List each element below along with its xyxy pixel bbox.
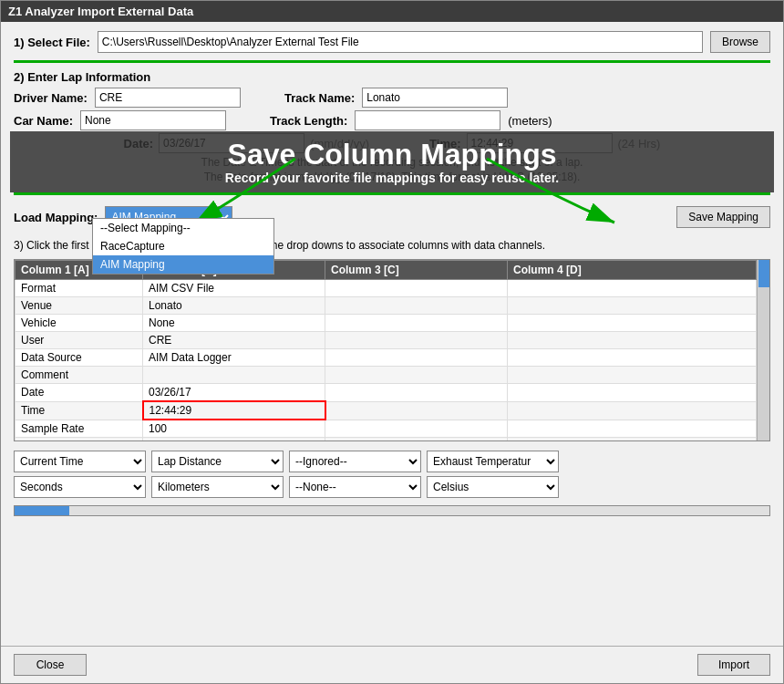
table-cell: Comment — [15, 367, 143, 384]
main-content: 1) Select File: Browse 2) Enter Lap Info… — [1, 22, 783, 646]
car-row: Car Name: Track Length: (meters) — [14, 110, 770, 130]
table-cell — [508, 349, 757, 367]
table-cell: User — [15, 332, 143, 349]
table-cell: Sample Rate — [15, 420, 143, 438]
time-format: (24 Hrs) — [618, 137, 661, 150]
table-cell — [508, 367, 757, 384]
table-row: Comment — [15, 367, 757, 384]
table-inner: Column 1 [A] Column 2 [B] Column 3 [C] C… — [15, 260, 757, 440]
import-button[interactable]: Import — [697, 654, 770, 676]
dropdown-group-3: --Ignored-- --None-- Speed --None-- --Ig… — [289, 451, 421, 498]
divider-line-2 — [14, 192, 770, 195]
close-button[interactable]: Close — [14, 654, 87, 676]
table-row: Sample Rate100 — [15, 420, 757, 438]
table-cell: Data Source — [15, 349, 143, 367]
table-cell — [508, 420, 757, 438]
dropdown-group-2: Lap Distance Lap Time Speed Kilometers M… — [151, 451, 284, 498]
car-input[interactable] — [80, 110, 226, 130]
col-header-d[interactable]: Column 4 [D] — [508, 261, 757, 280]
table-cell: Venue — [15, 297, 143, 315]
main-window: Z1 Analyzer Import External Data 1) Sele… — [0, 0, 784, 684]
unit-dropdown-3[interactable]: --None-- --Ignored-- — [289, 476, 421, 498]
table-cell: Format — [15, 280, 143, 297]
dropdown-option-select[interactable]: --Select Mapping-- — [93, 219, 273, 237]
dropdown-group-4: Exhaust Temperatur Oil Temp Water Temp C… — [427, 451, 559, 498]
table-cell: Time — [15, 401, 143, 420]
table-cell: AIM Data Logger — [143, 349, 325, 367]
mapping-dropdown-popup: --Select Mapping-- RaceCapture AIM Mappi… — [92, 218, 274, 275]
file-path-input[interactable] — [98, 31, 703, 53]
table-row: VenueLonato — [15, 297, 757, 315]
step2-section: 2) Enter Lap Information Driver Name: Tr… — [14, 70, 770, 185]
channel-dropdown-2[interactable]: Lap Distance Lap Time Speed — [151, 451, 284, 472]
table-cell — [508, 384, 757, 402]
track-label: Track Name: — [284, 91, 355, 105]
step1-section: 1) Select File: Browse — [14, 31, 770, 53]
table-cell — [325, 384, 508, 402]
footer: Close Import — [1, 646, 783, 683]
window-title: Z1 Analyzer Import External Data — [8, 5, 193, 18]
unit-dropdown-2[interactable]: Kilometers Miles Meters — [151, 476, 284, 498]
table-cell — [325, 367, 508, 384]
table-body: FormatAIM CSV FileVenueLonatoVehicleNone… — [15, 280, 757, 441]
table-scroll-thumb — [758, 260, 769, 287]
track-length-unit: (meters) — [508, 114, 552, 128]
date-input[interactable] — [159, 133, 304, 153]
table-scrollbar[interactable] — [757, 260, 769, 440]
table-row: Date03/26/17 — [15, 384, 757, 402]
table-cell — [325, 401, 508, 420]
table-cell: 03/26/17 — [143, 384, 325, 402]
track-length-input[interactable] — [355, 110, 500, 130]
table-cell: 100 — [143, 420, 325, 438]
channel-dropdown-4[interactable]: Exhaust Temperatur Oil Temp Water Temp — [427, 451, 559, 472]
table-cell: Vehicle — [15, 315, 143, 332]
date-row: Date: (mm/dd/yy) Time: (24 Hrs) — [14, 133, 770, 153]
col-header-c[interactable]: Column 3 [C] — [325, 261, 508, 280]
car-label: Car Name: — [14, 114, 73, 128]
table-row: Duration931.000 — [15, 438, 757, 441]
table-cell — [325, 332, 508, 349]
title-bar: Z1 Analyzer Import External Data — [1, 1, 783, 22]
table-cell: Date — [15, 384, 143, 402]
table-cell — [143, 367, 325, 384]
unit-dropdown-4[interactable]: Celsius Fahrenheit — [427, 476, 559, 498]
track-input[interactable] — [362, 88, 508, 108]
table-cell: Duration — [15, 438, 143, 441]
table-cell: AIM CSV File — [143, 280, 325, 297]
time-label: Time: — [429, 137, 460, 150]
table-row: Data SourceAIM Data Logger — [15, 349, 757, 367]
browse-button[interactable]: Browse — [710, 31, 770, 53]
table-cell — [325, 297, 508, 315]
table-cell — [508, 438, 757, 441]
step2-label: 2) Enter Lap Information — [14, 70, 770, 84]
save-mapping-button[interactable]: Save Mapping — [676, 206, 770, 228]
channel-dropdown-1[interactable]: Current Time Lap Time Speed RPM — [14, 451, 146, 472]
data-table: Column 1 [A] Column 2 [B] Column 3 [C] C… — [15, 260, 757, 440]
table-cell — [325, 280, 508, 297]
driver-label: Driver Name: — [14, 91, 88, 105]
load-mapping-label: Load Mapping: — [14, 211, 98, 224]
date-label: Date: — [124, 137, 154, 150]
step1-label: 1) Select File: — [14, 36, 90, 49]
hint1: The Date & Time is the start of the reco… — [14, 156, 770, 169]
time-input[interactable] — [467, 133, 613, 153]
progress-bar — [15, 506, 69, 515]
table-cell — [508, 315, 757, 332]
table-cell: Lonato — [143, 297, 325, 315]
table-row: FormatAIM CSV File — [15, 280, 757, 297]
driver-input[interactable] — [95, 88, 241, 108]
table-row: Time12:44:29 — [15, 401, 757, 420]
table-row: UserCRE — [15, 332, 757, 349]
dropdown-option-aim[interactable]: AIM Mapping — [93, 255, 273, 274]
channel-dropdown-3[interactable]: --Ignored-- --None-- Speed — [289, 451, 421, 472]
table-cell: 931.000 — [143, 438, 325, 441]
bottom-dropdowns: Current Time Lap Time Speed RPM Seconds … — [14, 451, 770, 498]
table-cell — [508, 280, 757, 297]
unit-dropdown-1[interactable]: Seconds Milliseconds Minutes — [14, 476, 146, 498]
driver-row: Driver Name: Track Name: — [14, 88, 770, 108]
dropdown-option-racecapture[interactable]: RaceCapture — [93, 237, 273, 255]
date-format: (mm/dd/yy) — [310, 137, 369, 150]
table-cell: 12:44:29 — [143, 401, 325, 420]
table-cell — [508, 332, 757, 349]
table-cell — [325, 349, 508, 367]
